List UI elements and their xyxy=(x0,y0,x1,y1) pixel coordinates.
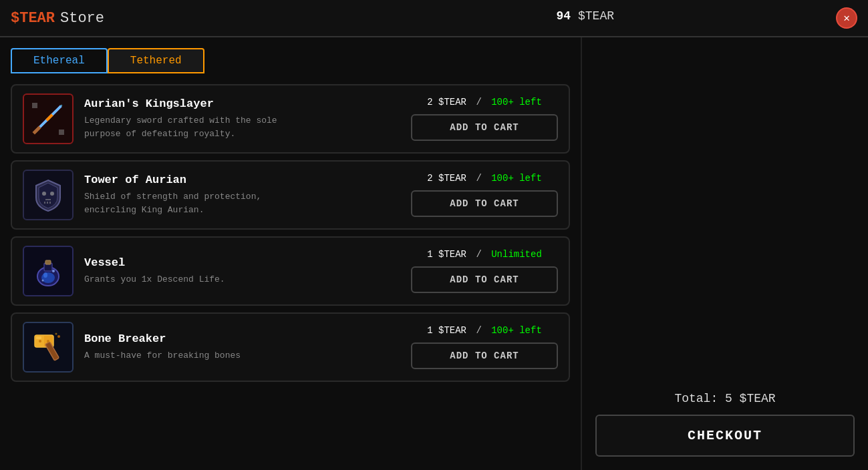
availability-tower-of-aurian: 100+ left xyxy=(491,173,542,184)
item-kingslayer: Aurian's Kingslayer Legendary sword craf… xyxy=(11,84,570,154)
close-button[interactable]: ✕ xyxy=(836,7,857,29)
svg-point-17 xyxy=(52,270,55,272)
title-store: Store xyxy=(60,10,104,27)
svg-rect-14 xyxy=(45,260,51,264)
availability-kingslayer: 100+ left xyxy=(491,97,542,107)
svg-point-26 xyxy=(55,333,57,335)
availability-bone-breaker: 100+ left xyxy=(491,325,542,336)
tab-tethered[interactable]: Tethered xyxy=(108,48,204,73)
item-vessel: Vessel Grants you 1x Descend Life. 1 $TE… xyxy=(11,236,570,306)
title-tear: $TEAR xyxy=(11,10,55,27)
availability-vessel: Unlimited xyxy=(491,249,542,260)
item-info-vessel: Vessel Grants you 1x Descend Life. xyxy=(84,256,400,286)
item-name-bone-breaker: Bone Breaker xyxy=(84,332,400,345)
price-kingslayer: 2 $TEAR xyxy=(427,97,466,107)
currency-amount: 94 xyxy=(557,9,571,23)
svg-rect-24 xyxy=(36,336,41,339)
price-bone-breaker: 1 $TEAR xyxy=(427,325,466,336)
svg-point-23 xyxy=(47,340,49,342)
item-desc-kingslayer: Legendary sword crafted with the solepur… xyxy=(84,114,400,140)
item-name-vessel: Vessel xyxy=(84,256,400,269)
store-overlay: $TEAR Store 94 $TEAR ✕ Ethereal Tethered xyxy=(0,0,868,470)
left-panel: Ethereal Tethered xyxy=(0,37,581,470)
cart-total: Total: 5 $TEAR xyxy=(595,392,855,405)
currency-symbol: $TEAR xyxy=(578,9,614,23)
top-bar: $TEAR Store 94 $TEAR ✕ xyxy=(0,0,868,37)
main-content: Ethereal Tethered xyxy=(0,37,868,470)
item-info-bone-breaker: Bone Breaker A must-have for breaking bo… xyxy=(84,332,400,363)
item-action-tower-of-aurian: 2 $TEAR / 100+ left ADD TO CART xyxy=(411,173,558,217)
currency-display: 94 $TEAR xyxy=(557,9,614,23)
item-desc-bone-breaker: A must-have for breaking bones xyxy=(84,349,400,363)
item-action-vessel: 1 $TEAR / Unlimited ADD TO CART xyxy=(411,249,558,293)
item-icon-vessel xyxy=(23,246,74,296)
item-icon-bone-breaker xyxy=(23,322,74,373)
item-tower-of-aurian: Tower of Aurian Shield of strength and p… xyxy=(11,160,570,230)
svg-point-22 xyxy=(39,340,41,342)
add-to-cart-tower-of-aurian[interactable]: ADD TO CART xyxy=(411,190,558,217)
price-availability-vessel: 1 $TEAR / Unlimited xyxy=(427,249,542,260)
svg-point-6 xyxy=(42,192,46,196)
item-info-tower-of-aurian: Tower of Aurian Shield of strength and p… xyxy=(84,174,400,216)
svg-point-16 xyxy=(43,272,47,278)
add-to-cart-vessel[interactable]: ADD TO CART xyxy=(411,266,558,293)
svg-point-7 xyxy=(50,192,54,196)
svg-rect-0 xyxy=(32,103,37,108)
item-name-kingslayer: Aurian's Kingslayer xyxy=(84,97,400,110)
item-action-kingslayer: 2 $TEAR / 100+ left ADD TO CART xyxy=(411,97,558,141)
svg-point-15 xyxy=(41,272,55,283)
svg-rect-9 xyxy=(44,202,45,204)
tab-ethereal[interactable]: Ethereal xyxy=(11,48,108,73)
price-availability-bone-breaker: 1 $TEAR / 100+ left xyxy=(427,325,542,336)
store-title: $TEAR Store xyxy=(11,10,104,27)
item-desc-vessel: Grants you 1x Descend Life. xyxy=(84,273,400,286)
item-icon-kingslayer xyxy=(23,93,74,144)
svg-rect-10 xyxy=(47,202,48,204)
price-availability-kingslayer: 2 $TEAR / 100+ left xyxy=(427,97,542,107)
add-to-cart-kingslayer[interactable]: ADD TO CART xyxy=(411,114,558,141)
price-availability-tower-of-aurian: 2 $TEAR / 100+ left xyxy=(427,173,542,184)
right-panel: Total: 5 $TEAR CHECKOUT xyxy=(581,37,868,470)
tabs: Ethereal Tethered xyxy=(11,48,570,73)
item-desc-tower-of-aurian: Shield of strength and protection,encirc… xyxy=(84,190,400,216)
checkout-button[interactable]: CHECKOUT xyxy=(595,415,855,457)
svg-rect-11 xyxy=(49,202,51,204)
svg-point-25 xyxy=(57,335,60,338)
price-vessel: 1 $TEAR xyxy=(427,249,466,260)
item-name-tower-of-aurian: Tower of Aurian xyxy=(84,174,400,186)
svg-point-18 xyxy=(42,280,44,282)
add-to-cart-bone-breaker[interactable]: ADD TO CART xyxy=(411,342,558,369)
price-tower-of-aurian: 2 $TEAR xyxy=(427,173,466,184)
item-bone-breaker: Bone Breaker A must-have for breaking bo… xyxy=(11,312,570,382)
svg-rect-8 xyxy=(45,199,51,200)
svg-rect-1 xyxy=(59,130,64,135)
svg-rect-4 xyxy=(45,113,53,121)
item-icon-tower-of-aurian xyxy=(23,170,74,220)
items-list: Aurian's Kingslayer Legendary sword craf… xyxy=(11,84,570,382)
item-info-kingslayer: Aurian's Kingslayer Legendary sword craf… xyxy=(84,97,400,140)
svg-line-5 xyxy=(35,128,39,132)
item-action-bone-breaker: 1 $TEAR / 100+ left ADD TO CART xyxy=(411,325,558,369)
